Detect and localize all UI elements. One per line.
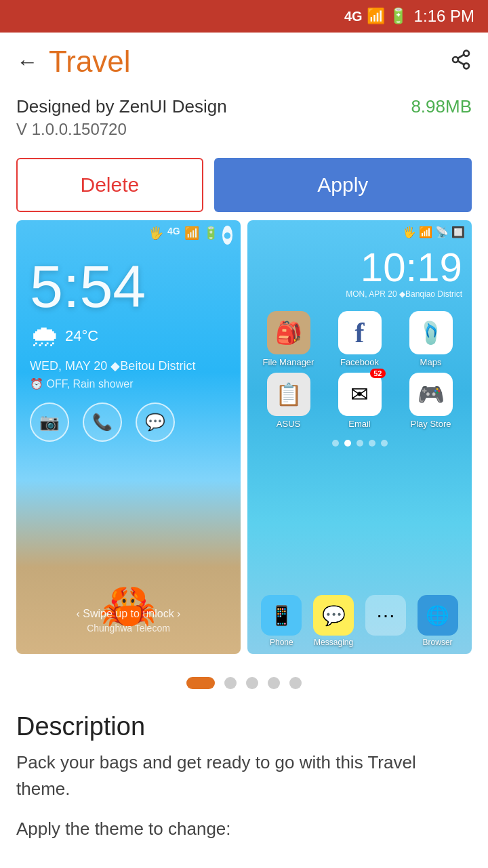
home-battery-icon: 🔲 bbox=[451, 226, 465, 239]
lock-weather: 🌧 24°C bbox=[16, 316, 241, 356]
home-screen-preview: 🖐 📶 📡 🔲 10:19 MON, APR 20 ◆Banqiao Distr… bbox=[247, 220, 472, 654]
meta-section: Designed by ZenUI Design 8.98MB V 1.0.0.… bbox=[0, 91, 488, 150]
app-item-filemanager[interactable]: 🎒 File Manager bbox=[256, 311, 321, 367]
file-size: 8.98MB bbox=[411, 96, 472, 117]
weather-temp: 24°C bbox=[65, 327, 98, 345]
lock-info: ⏰ OFF, Rain shower bbox=[16, 376, 241, 392]
lock-date: WED, MAY 20 ◆Beitou District bbox=[16, 356, 241, 376]
lock-screen-preview: 🖐 4G 📶 🔋 ● 5:54 🌧 24°C WED, MAY 20 ◆Beit… bbox=[16, 220, 241, 654]
lock-user-icon: ● bbox=[222, 226, 232, 245]
lock-quick-icons: 📷 📞 💬 bbox=[16, 392, 241, 453]
app-dock: 📱 Phone 💬 Messaging ⋯ 🌐 Browser bbox=[247, 588, 472, 654]
carousel-dots bbox=[0, 667, 488, 701]
lock-network-icon: 4G bbox=[167, 226, 180, 245]
app-item-asus[interactable]: 📋 ASUS bbox=[256, 373, 321, 429]
status-time: 1:16 PM bbox=[414, 7, 474, 26]
nav-left: ← Travel bbox=[16, 45, 131, 79]
back-button[interactable]: ← bbox=[16, 49, 38, 75]
app-label-email: Email bbox=[348, 419, 371, 429]
app-icon-asus: 📋 bbox=[267, 373, 310, 416]
home-date: MON, APR 20 ◆Banqiao District bbox=[247, 288, 472, 300]
dock-browser[interactable]: 🌐 Browser bbox=[418, 595, 458, 647]
signal-icon: 📶 bbox=[367, 7, 385, 25]
dock-browser-icon: 🌐 bbox=[418, 595, 458, 636]
app-icon-filemanager: 🎒 bbox=[267, 311, 310, 354]
signal-icons: 4G 📶 🔋 bbox=[344, 7, 407, 25]
email-badge: 52 bbox=[370, 369, 385, 378]
app-icon-playstore: 🎮 bbox=[409, 373, 453, 416]
description-title: Description bbox=[16, 712, 472, 741]
home-wifi-icon: 📶 bbox=[419, 226, 432, 239]
camera-quick-icon[interactable]: 📷 bbox=[30, 402, 69, 442]
lock-hand-icon: 🖐 bbox=[148, 226, 163, 245]
battery-icon: 🔋 bbox=[389, 7, 407, 25]
app-grid: 🎒 File Manager f Facebook 🩴 Maps 📋 ASUS bbox=[247, 300, 472, 434]
screenshots-section: 🖐 4G 📶 🔋 ● 5:54 🌧 24°C WED, MAY 20 ◆Beit… bbox=[0, 220, 488, 654]
apply-button[interactable]: Apply bbox=[214, 158, 472, 212]
top-nav: ← Travel bbox=[0, 33, 488, 91]
status-bar: 4G 📶 🔋 1:16 PM bbox=[0, 0, 488, 33]
dock-phone[interactable]: 📱 Phone bbox=[261, 595, 302, 647]
screenshots-row: 🖐 4G 📶 🔋 ● 5:54 🌧 24°C WED, MAY 20 ◆Beit… bbox=[16, 220, 472, 654]
app-label-playstore: Play Store bbox=[411, 419, 451, 429]
lock-time: 5:54 bbox=[16, 250, 241, 316]
carousel-dot-5[interactable] bbox=[289, 677, 302, 689]
app-item-playstore[interactable]: 🎮 Play Store bbox=[398, 373, 464, 429]
carrier-text: Chunghwa Telecom bbox=[16, 623, 241, 634]
crab-area: 🦀 ‹ Swipe up to unlock › Chunghwa Teleco… bbox=[16, 453, 241, 654]
app-item-facebook[interactable]: f Facebook bbox=[327, 311, 392, 367]
description-text: Pack your bags and get ready to go with … bbox=[16, 749, 472, 802]
dock-messaging[interactable]: 💬 Messaging bbox=[313, 595, 354, 647]
carousel-dot-4[interactable] bbox=[268, 677, 280, 689]
app-item-maps[interactable]: 🩴 Maps bbox=[398, 311, 464, 367]
carousel-dot-3[interactable] bbox=[246, 677, 258, 689]
dot-3 bbox=[357, 440, 363, 447]
description-subtext: Apply the theme to change: bbox=[16, 816, 472, 842]
carousel-dot-1[interactable] bbox=[186, 677, 215, 689]
app-icon-email: ✉ 52 bbox=[338, 373, 382, 416]
app-label-facebook: Facebook bbox=[340, 357, 379, 367]
dock-msg-label: Messaging bbox=[314, 638, 353, 647]
carousel-dot-2[interactable] bbox=[224, 677, 237, 689]
dock-phone-label: Phone bbox=[270, 638, 293, 647]
delete-button[interactable]: Delete bbox=[16, 158, 203, 212]
version-text: V 1.0.0.150720 bbox=[16, 120, 472, 139]
share-button[interactable] bbox=[450, 49, 472, 75]
dock-apps[interactable]: ⋯ bbox=[365, 595, 406, 647]
dot-1 bbox=[332, 440, 339, 447]
dot-2 bbox=[344, 440, 351, 447]
action-buttons: Delete Apply bbox=[0, 150, 488, 220]
description-section: Description Pack your bags and get ready… bbox=[0, 701, 488, 853]
page-title: Travel bbox=[49, 45, 131, 79]
dock-browser-label: Browser bbox=[423, 638, 453, 647]
phone-quick-icon[interactable]: 📞 bbox=[83, 402, 122, 442]
app-label-filemanager: File Manager bbox=[263, 357, 314, 367]
dock-phone-icon: 📱 bbox=[261, 595, 302, 636]
dock-msg-icon: 💬 bbox=[313, 595, 354, 636]
home-signal-icon: 📡 bbox=[435, 226, 449, 239]
network-badge: 4G bbox=[344, 9, 363, 24]
dot-4 bbox=[369, 440, 375, 447]
svg-line-3 bbox=[458, 61, 464, 64]
swipe-text: ‹ Swipe up to unlock › bbox=[16, 608, 241, 620]
dot-5 bbox=[381, 440, 388, 447]
dock-apps-icon: ⋯ bbox=[365, 595, 406, 636]
lock-signal-icon: 📶 bbox=[184, 226, 199, 245]
app-item-email[interactable]: ✉ 52 Email bbox=[327, 373, 392, 429]
svg-line-4 bbox=[458, 54, 464, 58]
home-page-dots bbox=[247, 434, 472, 452]
app-icon-maps: 🩴 bbox=[409, 311, 453, 354]
app-label-maps: Maps bbox=[420, 357, 442, 367]
home-time: 10:19 bbox=[247, 244, 472, 288]
message-quick-icon[interactable]: 💬 bbox=[136, 402, 175, 442]
designer-name: Designed by ZenUI Design bbox=[16, 96, 227, 117]
weather-icon: 🌧 bbox=[30, 319, 60, 353]
app-icon-facebook: f bbox=[338, 311, 382, 354]
app-label-asus: ASUS bbox=[277, 419, 300, 429]
lock-battery-icon: 🔋 bbox=[203, 226, 218, 245]
home-hand-icon: 🖐 bbox=[403, 226, 416, 239]
